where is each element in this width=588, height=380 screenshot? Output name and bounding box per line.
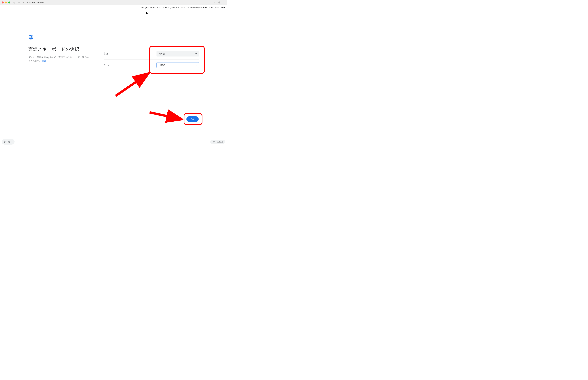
learn-more-link[interactable]: 詳細	[42, 60, 46, 62]
pause-icon[interactable]	[18, 1, 20, 4]
keyboard-label: キーボード	[104, 64, 115, 67]
svg-rect-1	[19, 2, 19, 3]
svg-rect-4	[214, 2, 215, 3]
svg-line-11	[116, 74, 147, 96]
back-icon[interactable]	[22, 1, 25, 4]
expand-icon[interactable]	[209, 1, 211, 4]
svg-point-6	[218, 1, 220, 3]
status-tray[interactable]: JA 10:14	[210, 140, 225, 144]
svg-line-13	[150, 112, 180, 119]
language-dropdown[interactable]: 日本語	[156, 51, 199, 57]
minimize-window-button[interactable]	[5, 1, 7, 3]
keyboard-value: 日本語	[159, 64, 165, 67]
annotation-arrow	[114, 71, 151, 97]
chevron-down-icon	[195, 53, 197, 54]
power-icon[interactable]	[13, 1, 16, 4]
ime-indicator: JA	[212, 141, 215, 143]
main-content: 言語とキーボードの選択 ディスク領域を節約するため、言語ファイルはユーザー間で共…	[28, 35, 198, 63]
close-window-button[interactable]	[2, 1, 4, 3]
traffic-lights	[2, 1, 10, 3]
keyboard-setting-row: キーボード 日本語	[104, 59, 199, 71]
maximize-window-button[interactable]	[8, 1, 10, 3]
loading-icon[interactable]	[204, 1, 207, 4]
battery-icon[interactable]	[213, 1, 216, 4]
shutdown-label: 終了	[8, 140, 12, 143]
window-title: Chrome OS Flex	[27, 1, 44, 4]
language-setting-row: 言語 日本語	[104, 48, 199, 59]
keyboard-dropdown[interactable]: 日本語	[156, 62, 199, 68]
shutdown-button[interactable]: 終了	[2, 139, 15, 145]
language-value: 日本語	[159, 52, 165, 55]
disc-icon[interactable]	[218, 1, 220, 4]
version-info: Google Chrome 103.0.5045.0 (Platform 147…	[141, 6, 225, 9]
clock: 10:14	[217, 141, 223, 143]
mouse-cursor-icon	[146, 12, 148, 16]
ok-button[interactable]: OK	[186, 116, 199, 122]
folder-icon[interactable]	[223, 1, 225, 4]
settings-panel: 言語 日本語 キーボード 日本語	[104, 48, 199, 71]
description-text: ディスク領域を節約するため、言語ファイルはユーザー間で共有されます。	[28, 56, 89, 62]
annotation-arrow	[148, 109, 183, 124]
window-titlebar: Chrome OS Flex	[0, 0, 227, 5]
bottom-bar: 終了 JA 10:14	[0, 138, 227, 145]
chevron-down-icon	[195, 65, 197, 66]
globe-icon	[28, 35, 198, 40]
svg-point-3	[205, 2, 206, 3]
language-label: 言語	[104, 52, 108, 55]
svg-rect-2	[19, 2, 19, 3]
page-description: ディスク領域を節約するため、言語ファイルはユーザー間で共有されます。 詳細	[28, 56, 90, 63]
svg-point-7	[219, 2, 219, 2]
power-icon	[4, 140, 7, 143]
